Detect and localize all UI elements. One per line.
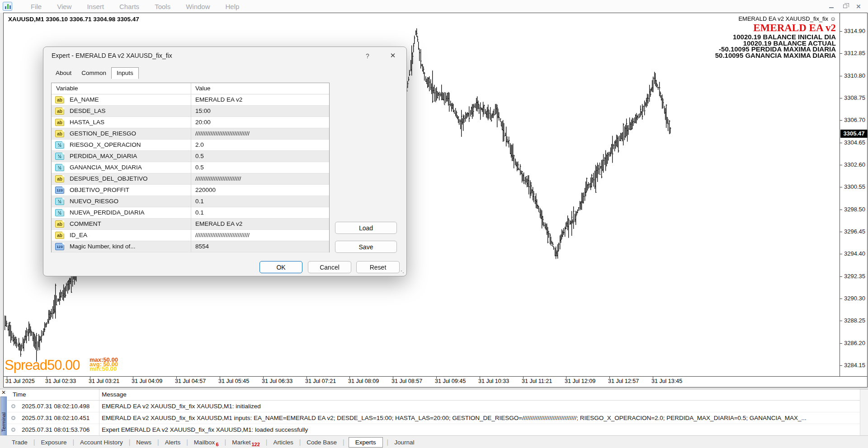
current-price-tag: 3305.47	[840, 130, 868, 138]
table-row[interactable]: ½RIESGO_X_OPERACION2.0	[52, 140, 329, 151]
variable-value[interactable]: 2.0	[195, 141, 204, 148]
resize-grip[interactable]	[401, 270, 404, 274]
load-button[interactable]: Load	[335, 222, 397, 234]
price-axis-label: 3294.40	[844, 250, 865, 257]
table-row[interactable]: abDESDE_LAS15:00	[52, 106, 329, 117]
variable-value[interactable]: 220000	[195, 187, 216, 193]
variable-value[interactable]: 0.5	[195, 153, 204, 159]
window-controls: ✕	[825, 1, 865, 11]
table-row[interactable]: abID_EA////////////////////////////////	[52, 230, 329, 241]
menu-item-file[interactable]: File	[23, 1, 49, 12]
ea-overlay-info: EMERALD EA v2 XAUUSD_fix_fix ☺ EMERALD E…	[715, 15, 836, 58]
table-row[interactable]: abDESPUES_DEL_OBJETIVO//////////////////…	[52, 173, 329, 185]
terminal-tab-trade[interactable]: Trade	[10, 438, 29, 447]
variable-name: NUEVO_RIESGO	[70, 198, 118, 205]
journal-row[interactable]: 2025.07.31 08:02:10.451EMERALD EA v2 XAU…	[7, 412, 860, 424]
variable-value[interactable]: 0.5	[195, 164, 204, 171]
table-row[interactable]: ½NUEVO_RIESGO0.1	[52, 196, 329, 207]
variable-value[interactable]: ////////////////////////////////	[195, 130, 250, 137]
log-entry-icon	[11, 404, 15, 408]
terminal-tab-articles[interactable]: Articles	[271, 438, 295, 447]
variable-value[interactable]: 15:00	[195, 107, 211, 114]
time-axis-label: 31 Jul 04:57	[175, 378, 206, 384]
ea-stats-block: 10020.19 BALANCE INICIAL DIA10020.19 BAL…	[715, 34, 836, 58]
table-row[interactable]: 123OBJETIVO_PROFFIT220000	[52, 185, 329, 196]
terminal-tab-account-history[interactable]: Account History	[78, 438, 125, 447]
menu-item-insert[interactable]: Insert	[79, 1, 112, 12]
variable-value[interactable]: EMERALD EA v2	[195, 96, 242, 103]
price-axis-tick	[840, 165, 842, 165]
tab-common[interactable]: Common	[76, 68, 111, 79]
table-row[interactable]: abGESTION_DE_RIESGO/////////////////////…	[52, 128, 329, 140]
table-row[interactable]: abEA_NAMEEMERALD EA v2	[52, 94, 329, 106]
price-axis-tick	[840, 120, 842, 121]
price-axis-tick	[840, 232, 842, 232]
journal-row[interactable]: 2025.07.31 08:02:10.498EMERALD EA v2 XAU…	[7, 401, 860, 412]
save-button[interactable]: Save	[335, 241, 397, 253]
time-axis-label: 31 Jul 2025	[5, 378, 35, 384]
terminal-column-divider[interactable]	[99, 389, 99, 436]
close-icon[interactable]: ✕	[852, 1, 865, 11]
minimize-icon[interactable]	[825, 1, 838, 11]
spread-overlay: Spread50.00 max:50.00 avg: 50.00 min:50.…	[5, 357, 80, 373]
time-axis-label: 31 Jul 12:57	[608, 378, 639, 384]
unread-badge: 6	[216, 442, 218, 447]
terminal-tab-market[interactable]: Market122	[230, 438, 262, 447]
table-row[interactable]: abHASTA_LAS20:00	[52, 117, 329, 128]
menu-item-window[interactable]: Window	[178, 1, 217, 12]
dialog-close-icon[interactable]: ✕	[386, 50, 400, 61]
price-axis-tick	[840, 98, 842, 98]
reset-button[interactable]: Reset	[356, 261, 400, 273]
terminal-tab-mailbox[interactable]: Mailbox6	[192, 438, 221, 447]
help-icon[interactable]: ?	[362, 51, 373, 61]
variable-value[interactable]: 0.1	[195, 198, 204, 205]
price-axis-tick	[840, 321, 842, 321]
message-column-header: Message	[102, 391, 127, 398]
variable-value[interactable]: 0.1	[195, 209, 204, 216]
time-axis[interactable]: 31 Jul 202531 Jul 02:3331 Jul 03:2131 Ju…	[4, 377, 867, 387]
journal-row[interactable]: 2025.07.31 08:01:53.706Expert EMERALD EA…	[7, 424, 860, 436]
terminal-close-icon[interactable]: ✕	[1, 389, 6, 396]
price-axis[interactable]: 3314.903312.853310.803308.753306.703304.…	[840, 13, 868, 376]
variable-name: OBJETIVO_PROFFIT	[70, 187, 129, 193]
price-axis-label: 3302.60	[844, 161, 865, 168]
price-axis-tick	[840, 343, 842, 344]
time-axis-label: 31 Jul 11:21	[522, 378, 552, 384]
variable-value[interactable]: ////////////////////////////////	[195, 232, 250, 238]
menu-item-view[interactable]: View	[49, 1, 79, 12]
variable-value[interactable]: 20:00	[195, 119, 211, 126]
variable-name: NUEVA_PERDIDA_DIARIA	[70, 209, 145, 216]
terminal-tab-exposure[interactable]: Exposure	[39, 438, 68, 447]
tab-inputs[interactable]: Inputs	[111, 67, 139, 79]
variable-value[interactable]: ///////////////////////////	[195, 175, 241, 182]
column-divider[interactable]	[191, 83, 191, 252]
price-axis-label: 3304.65	[844, 139, 865, 146]
terminal-tab-experts[interactable]: Experts	[349, 437, 383, 448]
ok-button[interactable]: OK	[259, 261, 302, 273]
menu-item-tools[interactable]: Tools	[147, 1, 178, 12]
terminal-tab-code-base[interactable]: Code Base	[305, 438, 339, 447]
menu-item-help[interactable]: Help	[218, 1, 247, 12]
restore-icon[interactable]	[838, 1, 852, 11]
table-row[interactable]: ½PERDIDA_MAX_DIARIA0.5	[52, 151, 329, 162]
variable-value[interactable]: EMERALD EA v2	[195, 220, 242, 227]
cancel-button[interactable]: Cancel	[308, 261, 351, 273]
terminal-scrollbar[interactable]	[860, 389, 868, 436]
table-row[interactable]: ½GANANCIA_MAX_DIARIA0.5	[52, 162, 329, 173]
menu-bar: FileViewInsertChartsToolsWindowHelp ✕	[0, 0, 868, 13]
menu-item-charts[interactable]: Charts	[112, 1, 147, 12]
terminal-header: Time Message	[7, 389, 860, 401]
terminal-tab-alerts[interactable]: Alerts	[163, 438, 183, 447]
variable-name: Magic Number, kind of...	[70, 243, 136, 250]
price-axis-tick	[840, 276, 842, 277]
ea-instance-label: EMERALD EA v2 XAUUSD_fix_fix ☺	[715, 15, 836, 22]
log-time: 2025.07.31 08:01:53.706	[22, 426, 90, 433]
table-row[interactable]: ½NUEVA_PERDIDA_DIARIA0.1	[52, 207, 329, 219]
terminal-tab-journal[interactable]: Journal	[392, 438, 416, 447]
variable-value[interactable]: 8554	[195, 243, 209, 250]
tab-about[interactable]: About	[51, 68, 76, 79]
terminal-tab-news[interactable]: News	[134, 438, 153, 447]
table-row[interactable]: 123Magic Number, kind of...8554	[52, 241, 329, 252]
price-axis-label: 3286.20	[844, 340, 865, 346]
table-row[interactable]: abCOMMENTEMERALD EA v2	[52, 219, 329, 230]
